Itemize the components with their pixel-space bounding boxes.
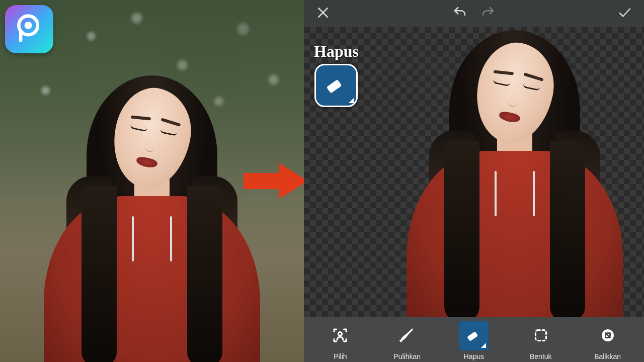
undo-icon — [452, 5, 467, 22]
svg-rect-3 — [327, 79, 342, 94]
tool-bentuk[interactable]: Bentuk — [507, 318, 574, 360]
eraser-icon — [325, 73, 348, 98]
svg-point-1 — [25, 22, 32, 29]
before-portrait — [36, 60, 268, 362]
editor-panel: Hapus Pilih — [304, 0, 644, 362]
invert-icon — [599, 326, 617, 346]
confirm-button[interactable] — [615, 4, 635, 24]
close-icon — [315, 5, 331, 22]
brush-icon — [398, 326, 416, 346]
select-person-icon — [331, 326, 349, 346]
expand-corner-icon — [481, 343, 486, 348]
erase-callout-icon-box — [314, 64, 358, 107]
svg-rect-6 — [535, 330, 546, 340]
redo-button[interactable] — [478, 4, 498, 24]
tool-balikkan[interactable]: Balikkan — [574, 318, 641, 360]
erase-callout-label: Hapus — [314, 42, 359, 61]
svg-marker-2 — [244, 163, 304, 199]
tool-label: Pilih — [334, 352, 347, 360]
tool-label: Pulihkan — [393, 352, 421, 360]
eraser-icon — [465, 326, 483, 346]
after-portrait — [399, 27, 630, 317]
before-image-panel — [0, 0, 304, 362]
close-button[interactable] — [313, 4, 333, 24]
check-icon — [617, 5, 632, 22]
tool-hapus[interactable]: Hapus — [441, 318, 508, 360]
picsart-app-badge — [5, 5, 53, 53]
shape-marquee-icon — [532, 326, 550, 346]
editor-topbar — [304, 0, 644, 27]
picsart-logo-icon — [14, 13, 44, 45]
svg-rect-5 — [467, 331, 478, 341]
editor-toolbar: Pilih Pulihkan Hapus — [304, 317, 644, 362]
redo-icon — [480, 5, 496, 22]
undo-button[interactable] — [450, 4, 470, 24]
erase-callout: Hapus — [314, 42, 359, 107]
editor-canvas[interactable]: Hapus — [304, 27, 644, 317]
transition-arrow-icon — [244, 161, 304, 201]
tool-label: Bentuk — [530, 352, 552, 360]
tool-label: Hapus — [464, 352, 484, 360]
tool-label: Balikkan — [594, 352, 621, 360]
svg-point-4 — [339, 332, 342, 335]
tool-pilih[interactable]: Pilih — [307, 318, 374, 360]
expand-corner-icon — [349, 98, 354, 103]
tool-pulihkan[interactable]: Pulihkan — [374, 318, 441, 360]
